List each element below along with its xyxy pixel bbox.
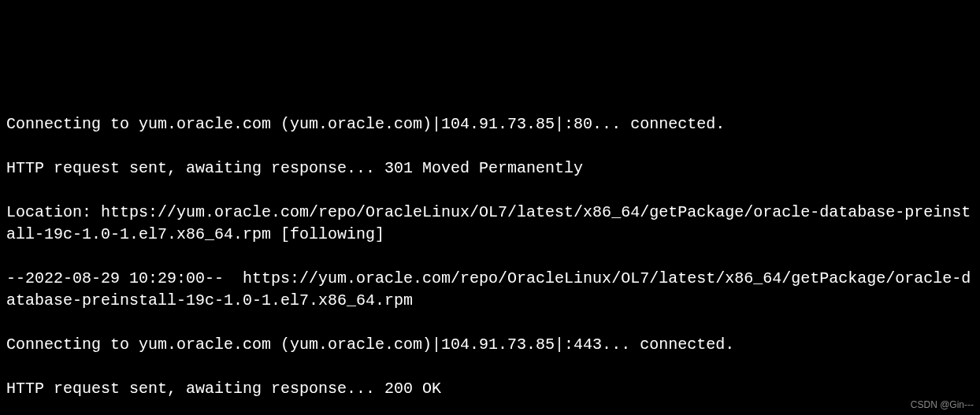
output-line-location: Location: https://yum.oracle.com/repo/Or… bbox=[6, 202, 974, 246]
watermark-text: CSDN @Gin--- bbox=[911, 398, 974, 412]
output-line-http-301: HTTP request sent, awaiting response... … bbox=[6, 157, 974, 180]
output-line-connecting-80: Connecting to yum.oracle.com (yum.oracle… bbox=[6, 113, 974, 135]
output-line-http-200: HTTP request sent, awaiting response... … bbox=[6, 378, 974, 400]
output-line-connecting-443: Connecting to yum.oracle.com (yum.oracle… bbox=[6, 334, 974, 356]
terminal-output[interactable]: Connecting to yum.oracle.com (yum.oracle… bbox=[6, 91, 974, 415]
output-line-timestamp-url: --2022-08-29 10:29:00-- https://yum.orac… bbox=[6, 268, 974, 312]
